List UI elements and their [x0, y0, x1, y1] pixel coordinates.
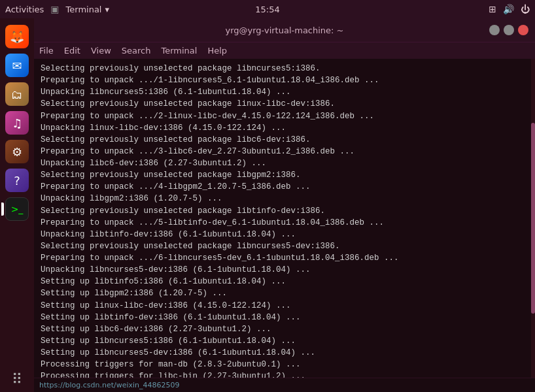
terminal-line: Preparing to unpack .../1-libncurses5_6.… [41, 74, 528, 86]
dock-item-music[interactable]: ♫ [4, 110, 30, 136]
dock-item-mail[interactable]: ✉ [4, 52, 30, 78]
window-controls: ─ □ ✕ [489, 25, 528, 35]
terminal-line: Preparing to unpack .../4-libgpm2_1.20.7… [41, 181, 528, 193]
help-icon: ? [5, 169, 29, 192]
terminal-line: Selecting previously unselected package … [41, 134, 528, 146]
firefox-icon: 🦊 [5, 25, 29, 48]
volume-icon[interactable]: 🔊 [503, 4, 514, 14]
dock-item-firefox[interactable]: 🦊 [4, 24, 30, 50]
application-dock: 🦊 ✉ 🗂 ♫ ⚙ ? >_ ⠿ [0, 18, 34, 392]
title-bar: yrg@yrg-virtual-machine: ~ ─ □ ✕ [34, 18, 535, 42]
terminal-icon-sybar: ▣ [50, 4, 59, 14]
terminal-line: Processing triggers for man-db (2.8.3-2u… [41, 359, 528, 370]
menu-view[interactable]: View [91, 46, 111, 56]
active-indicator [1, 203, 4, 216]
menu-help[interactable]: Help [207, 46, 227, 56]
terminal-line: Unpacking libtinfo-dev:i386 (6.1-1ubuntu… [41, 229, 528, 240]
menu-terminal[interactable]: Terminal [161, 46, 197, 56]
terminal-line: Processing triggers for libc-bin (2.27-3… [41, 370, 528, 378]
terminal-line: Selecting previously unselected package … [41, 169, 528, 181]
terminal-line: Preparing to unpack .../6-libncurses5-de… [41, 252, 528, 264]
scrollbar[interactable] [531, 59, 535, 378]
terminal-line: Setting up libncurses5-dev:i386 (6.1-1ub… [41, 347, 528, 359]
menu-edit[interactable]: Edit [64, 46, 80, 56]
status-url: https://blog.csdn.net/weixin_44862509 [39, 381, 180, 389]
terminal-window: yrg@yrg-virtual-machine: ~ ─ □ ✕ File Ed… [34, 18, 535, 392]
terminal-line: Setting up libc6-dev:i386 (2.27-3ubuntu1… [41, 323, 528, 335]
apps-icon: ⠿ [5, 367, 29, 391]
menu-file[interactable]: File [39, 46, 54, 56]
terminal-line: Setting up libtinfo-dev:i386 (6.1-1ubunt… [41, 312, 528, 323]
dock-item-settings[interactable]: ⚙ [4, 139, 30, 165]
system-bar: Activities ▣ Terminal ▾ 15:54 ⊞ 🔊 ⏻ [0, 0, 535, 18]
terminal-output: Selecting previously unselected package … [34, 59, 535, 378]
system-bar-left: Activities ▣ Terminal ▾ [5, 4, 109, 14]
close-button[interactable]: ✕ [518, 25, 528, 35]
terminal-line: Preparing to unpack .../2-linux-libc-dev… [41, 110, 528, 122]
settings-icon: ⚙ [5, 140, 29, 163]
terminal-line: Preparing to unpack .../5-libtinfo-dev_6… [41, 217, 528, 229]
terminal-line: Setting up linux-libc-dev:i386 (4.15.0-1… [41, 300, 528, 312]
maximize-button[interactable]: □ [504, 25, 514, 35]
scrollbar-thumb[interactable] [531, 123, 535, 314]
dock-item-terminal[interactable]: >_ [4, 196, 30, 222]
terminal-line: Unpacking libgpm2:i386 (1.20.7-5) ... [41, 193, 528, 204]
terminal-line: Unpacking libncurses5-dev:i386 (6.1-1ubu… [41, 264, 528, 276]
menu-search[interactable]: Search [122, 46, 151, 56]
terminal-line: Setting up libgpm2:i386 (1.20.7-5) ... [41, 287, 528, 299]
files-icon: 🗂 [5, 82, 29, 106]
dock-item-files[interactable]: 🗂 [4, 81, 30, 107]
terminal-line: Selecting previously unselected package … [41, 240, 528, 252]
system-time: 15:54 [255, 5, 279, 14]
terminal-tab-sybar[interactable]: Terminal ▾ [66, 5, 109, 14]
terminal-line: Preparing to unpack .../3-libc6-dev_2.27… [41, 146, 528, 157]
network-icon[interactable]: ⊞ [489, 4, 496, 14]
terminal-line: Setting up libncurses5:i386 (6.1-1ubuntu… [41, 335, 528, 347]
terminal-line: Unpacking libc6-dev:i386 (2.27-3ubuntu1.… [41, 157, 528, 169]
terminal-line: Selecting previously unselected package … [41, 63, 528, 74]
minimize-button[interactable]: ─ [489, 25, 500, 35]
terminal-line: Setting up libtinfo5:i386 (6.1-1ubuntu1.… [41, 276, 528, 287]
power-icon[interactable]: ⏻ [521, 4, 530, 14]
terminal-line: Selecting previously unselected package … [41, 205, 528, 217]
terminal-line: Unpacking libncurses5:i386 (6.1-1ubuntu1… [41, 86, 528, 98]
dock-item-apps[interactable]: ⠿ [4, 366, 30, 392]
dock-item-help[interactable]: ? [4, 167, 30, 193]
window-title: yrg@yrg-virtual-machine: ~ [226, 25, 344, 35]
mail-icon: ✉ [5, 54, 29, 77]
status-bar: https://blog.csdn.net/weixin_44862509 [34, 378, 535, 392]
terminal-lines: Selecting previously unselected package … [41, 63, 528, 378]
system-bar-right: ⊞ 🔊 ⏻ [489, 4, 530, 14]
terminal-line: Selecting previously unselected package … [41, 98, 528, 110]
terminal-icon: >_ [5, 197, 29, 221]
menu-bar: File Edit View Search Terminal Help [34, 42, 535, 59]
music-icon: ♫ [5, 111, 29, 135]
activities-button[interactable]: Activities [5, 5, 44, 14]
terminal-line: Unpacking linux-libc-dev:i386 (4.15.0-12… [41, 122, 528, 134]
